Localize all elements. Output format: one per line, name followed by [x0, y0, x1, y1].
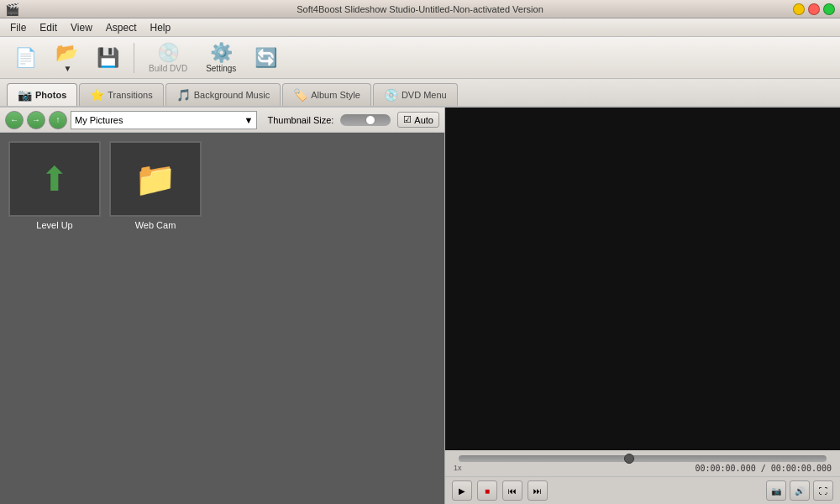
transitions-tab-icon: ⭐ [90, 88, 104, 102]
timeline-scrubber[interactable] [459, 455, 827, 462]
window-title: Soft4Boost Slideshow Studio-Untitled-Non… [297, 4, 543, 14]
list-item[interactable]: ⬆ Level Up [8, 141, 101, 230]
settings-icon: ⚙️ [210, 42, 233, 64]
title-bar: 🎬 Soft4Boost Slideshow Studio-Untitled-N… [0, 0, 840, 18]
menu-edit[interactable]: Edit [33, 20, 64, 35]
album-style-tab-label: Album Style [311, 90, 360, 100]
preview-viewport [445, 108, 840, 450]
folder-icon: 📁 [134, 160, 176, 199]
progress-area: 1x 00:00:00.000 / 00:00:00.000 [445, 450, 840, 476]
menu-view[interactable]: View [64, 20, 99, 35]
settings-button[interactable]: ⚙️ Settings [198, 39, 244, 76]
toolbar-separator-1 [134, 43, 134, 73]
extra-controls: 📷 🔊 ⛶ [766, 480, 833, 501]
thumbnail-size-label: Thumbnail Size: [267, 115, 333, 125]
build-dvd-label: Build DVD [149, 64, 187, 73]
main-toolbar: 📄 📂 ▼ 💾 💿 Build DVD ⚙️ Settings 🔄 [0, 37, 840, 79]
level-up-icon: ⬆ [40, 160, 69, 198]
auto-checkbox-icon: ☑ [403, 114, 412, 125]
update-icon: 🔄 [255, 47, 277, 69]
thumbnail-slider-knob [365, 115, 375, 125]
app-icon: 🎬 [5, 3, 19, 16]
new-icon: 📄 [14, 47, 37, 69]
nav-up-button[interactable]: ↑ [49, 111, 67, 129]
auto-label: Auto [414, 115, 433, 125]
speed-label: 1x [454, 464, 462, 473]
nav-back-button[interactable]: ← [5, 111, 24, 129]
file-thumbnail: 📁 [109, 141, 202, 217]
scrubber-knob [624, 454, 634, 464]
preview-panel: 1x 00:00:00.000 / 00:00:00.000 ▶ ■ ⏮ ⏭ [445, 108, 840, 504]
tab-bar: 📷 Photos ⭐ Transitions 🎵 Background Musi… [0, 79, 840, 108]
maximize-button[interactable] [823, 3, 835, 15]
open-icon: 📂 [55, 42, 78, 64]
music-tab-icon: 🎵 [176, 88, 191, 102]
build-dvd-button[interactable]: 💿 Build DVD [141, 39, 195, 76]
next-button[interactable]: ⏭ [528, 480, 548, 501]
minimize-button[interactable] [793, 3, 805, 15]
tab-photos[interactable]: 📷 Photos [7, 83, 77, 106]
nav-forward-button[interactable]: → [27, 111, 45, 129]
menu-file[interactable]: File [3, 20, 33, 35]
fullscreen-button[interactable]: ⛶ [813, 480, 833, 501]
file-browser: ⬆ Level Up 📁 Web Cam [0, 133, 444, 504]
time-display: 00:00:00.000 / 00:00:00.000 [695, 464, 832, 473]
auto-button[interactable]: ☑ Auto [397, 112, 439, 128]
new-button[interactable]: 📄 [7, 44, 45, 72]
path-selector[interactable]: My Pictures ▼ [71, 111, 257, 129]
main-area: ← → ↑ My Pictures ▼ Thumbnail Size: ☑ Au… [0, 108, 840, 504]
photos-tab-icon: 📷 [18, 88, 32, 102]
music-tab-label: Background Music [194, 90, 270, 100]
next-icon: ⏭ [533, 486, 542, 496]
path-label: My Pictures [75, 115, 123, 125]
open-button[interactable]: 📂 ▼ [48, 39, 86, 76]
file-browser-panel: ← → ↑ My Pictures ▼ Thumbnail Size: ☑ Au… [0, 108, 445, 504]
file-label: Level Up [36, 220, 72, 230]
screenshot-button[interactable]: 📷 [766, 480, 786, 501]
browser-toolbar: ← → ↑ My Pictures ▼ Thumbnail Size: ☑ Au… [0, 108, 444, 133]
window-controls [793, 3, 835, 15]
prev-button[interactable]: ⏮ [502, 480, 522, 501]
thumbnail-size-slider[interactable] [340, 114, 391, 126]
album-style-tab-icon: 🏷️ [293, 88, 307, 102]
speed-time-row: 1x 00:00:00.000 / 00:00:00.000 [452, 464, 833, 473]
photos-tab-label: Photos [35, 90, 66, 100]
update-button[interactable]: 🔄 [247, 44, 285, 72]
menu-help[interactable]: Help [144, 20, 178, 35]
play-button[interactable]: ▶ [452, 480, 472, 501]
playback-controls: ▶ ■ ⏮ ⏭ 📷 🔊 ⛶ [445, 476, 840, 504]
tab-background-music[interactable]: 🎵 Background Music [165, 83, 281, 106]
save-icon: 💾 [97, 47, 119, 69]
tab-album-style[interactable]: 🏷️ Album Style [282, 83, 371, 106]
volume-button[interactable]: 🔊 [790, 480, 810, 501]
file-label: Web Cam [135, 220, 176, 230]
build-dvd-icon: 💿 [157, 42, 180, 64]
save-button[interactable]: 💾 [89, 44, 127, 72]
transitions-tab-label: Transitions [108, 90, 152, 100]
open-dropdown-arrow: ▼ [64, 64, 72, 73]
menu-aspect[interactable]: Aspect [99, 20, 144, 35]
stop-button[interactable]: ■ [477, 480, 497, 501]
play-icon: ▶ [459, 486, 465, 496]
stop-icon: ■ [485, 486, 490, 496]
dvd-menu-tab-label: DVD Menu [402, 90, 447, 100]
close-button[interactable] [808, 3, 820, 15]
path-dropdown-arrow: ▼ [244, 115, 254, 125]
file-thumbnail: ⬆ [8, 141, 101, 217]
tab-transitions[interactable]: ⭐ Transitions [79, 83, 163, 106]
screenshot-icon: 📷 [771, 486, 781, 496]
dvd-menu-tab-icon: 💿 [384, 88, 398, 102]
volume-icon: 🔊 [795, 486, 805, 496]
tab-dvd-menu[interactable]: 💿 DVD Menu [373, 83, 458, 106]
list-item[interactable]: 📁 Web Cam [109, 141, 202, 230]
prev-icon: ⏮ [508, 486, 517, 496]
settings-label: Settings [206, 64, 236, 73]
menu-bar: File Edit View Aspect Help [0, 18, 840, 37]
fullscreen-icon: ⛶ [819, 486, 827, 496]
